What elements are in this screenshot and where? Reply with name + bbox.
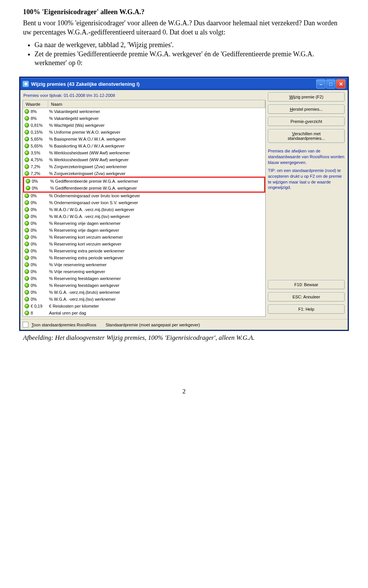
minimize-button[interactable]: – — [316, 79, 325, 88]
status-dot-icon — [26, 179, 30, 183]
column-header-waarde[interactable]: Waarde — [23, 100, 48, 108]
table-row[interactable]: 0%% Reservering feestdagen werknemer — [23, 275, 265, 282]
status-dot-icon — [25, 262, 29, 267]
row-name: % Basiskorting W.A.O./ W.I.A.werkgever — [49, 144, 264, 148]
table-row[interactable]: 5,65%% Basispremie W.A.O./ W.I.A. werkge… — [23, 136, 265, 142]
table-row[interactable]: 0%% Reservering vrije dagen werkgever — [23, 227, 265, 234]
row-name: % Gedifferentieerde premie W.G.A. werkge… — [50, 186, 263, 190]
row-value: 0,81% — [31, 123, 49, 128]
row-value: 5,65% — [31, 137, 49, 141]
status-dot-icon — [25, 235, 29, 239]
table-row[interactable]: 8%% Vakantiegeld werkgever — [23, 115, 265, 122]
status-dot-icon — [25, 297, 29, 301]
highlight-box: 0%% Gedifferentieerde premie W.G.A. werk… — [23, 177, 265, 193]
status-dot-icon — [25, 157, 29, 162]
status-dot-icon — [25, 200, 29, 205]
status-dot-icon — [25, 130, 29, 134]
row-name: % Vrije reservering werknemer — [49, 262, 264, 267]
table-row[interactable]: 0%% Reservering kort verzuim werknemer — [23, 234, 265, 241]
status-dot-icon — [25, 123, 29, 128]
table-row[interactable]: 0%% Vrije reservering werknemer — [23, 261, 265, 268]
status-dot-icon — [25, 193, 29, 198]
table-row[interactable]: 0%% Gedifferentieerde premie W.G.A. werk… — [24, 185, 264, 192]
tip-text: TIP: om een standaardpremie (rood) te ac… — [268, 168, 345, 190]
doc-paragraph: Bent u voor 100% 'eigenrisicodrager' voo… — [23, 19, 345, 37]
figure-caption: Afbeelding: Het dialoogvenster Wijzig pr… — [23, 334, 345, 342]
maximize-button[interactable]: □ — [326, 79, 335, 88]
table-row[interactable]: 8Aantal uren per dag — [23, 310, 265, 316]
row-name: % Vakantiegeld werknemer — [49, 109, 264, 114]
status-dot-icon — [25, 290, 29, 295]
close-button[interactable]: ✕ — [336, 79, 345, 88]
row-name: % W.A.O./ W.G.A. -verz.mij.(lsv) werkgev… — [49, 214, 264, 219]
row-value: 0% — [31, 235, 49, 239]
row-value: 0% — [31, 297, 49, 301]
row-value: 8% — [31, 109, 49, 114]
status-dot-icon — [25, 164, 29, 169]
row-name: % Reservering kort verzuim werkgever — [49, 242, 264, 246]
row-value: 0% — [31, 228, 49, 233]
column-header-naam[interactable]: Naam — [48, 100, 265, 108]
table-row[interactable]: 8%% Vakantiegeld werknemer — [23, 108, 265, 115]
table-row[interactable]: 0,81%% Wachtgeld (Wa) werkgever — [23, 122, 265, 129]
row-value: 0% — [31, 249, 49, 253]
bewaar-button[interactable]: F10: Bewaar — [268, 280, 345, 289]
row-value: 8% — [31, 116, 49, 121]
toon-standaardpremies-checkbox[interactable] — [23, 322, 28, 328]
wijzig-premie-button[interactable]: Wijzig premie (F2) — [268, 92, 345, 102]
row-name: % Gedifferentieerde premie W.G.A. werkne… — [50, 179, 263, 183]
table-row[interactable]: 4,75%% Werkloosheidswet (WW Awf) werkgev… — [23, 156, 265, 163]
table-row[interactable]: 0%% Gedifferentieerde premie W.G.A. werk… — [24, 178, 264, 185]
status-dot-icon — [25, 276, 29, 281]
row-name: % Reservering kort verzuim werknemer — [49, 235, 264, 239]
table-row[interactable]: 0%% Reservering feestdagen werkgever — [23, 282, 265, 289]
premie-overzicht-button[interactable]: Premie-overzicht — [268, 117, 345, 126]
status-dot-icon — [25, 151, 29, 155]
table-row[interactable]: 3,5%% Werkloosheidswet (WW Awf) werkneme… — [23, 149, 265, 156]
table-row[interactable]: 0%% Ondernemingsraad over bruto loon wer… — [23, 192, 265, 199]
row-value: 0% — [31, 193, 49, 198]
row-value: 0% — [31, 262, 49, 267]
table-row[interactable]: 0%% W.G.A. -verz.mij.(bruto) werknemer — [23, 289, 265, 296]
table-row[interactable]: 7,2%% Zorgverzekeringswet (Zvw) werkgeve… — [23, 170, 265, 177]
row-value: 7,2% — [31, 171, 49, 176]
window-title: Wijzig premies (43 Zakelijke dienstverle… — [31, 81, 315, 87]
table-row[interactable]: 0%% Vrije reservering werkgever — [23, 268, 265, 275]
doc-bullet: Ga naar de werkgever, tabblad 2, 'Wijzig… — [34, 41, 345, 49]
row-value: 0% — [31, 256, 49, 260]
table-row[interactable]: 0%% Reservering vrije dagen werknemer — [23, 220, 265, 227]
row-value: 0% — [31, 269, 49, 274]
table-row[interactable]: 0%% Reservering extra periode werknemer — [23, 247, 265, 254]
titlebar[interactable]: ❄ Wijzig premies (43 Zakelijke dienstver… — [20, 78, 348, 90]
table-row[interactable]: 0%% Ondernemingsraad over loon S.V. werk… — [23, 199, 265, 206]
row-name: % W.G.A. -verz.mij.(lsv) werknemer — [49, 297, 264, 301]
row-name: % Werkloosheidswet (WW Awf) werkgever — [49, 157, 264, 162]
status-dot-icon — [25, 109, 29, 114]
status-dot-icon — [25, 171, 29, 176]
row-name: % Ondernemingsraad over loon S.V. werkge… — [49, 200, 264, 205]
help-button[interactable]: F1: Help — [268, 305, 345, 314]
row-name: % Zorgverzekeringswet (Zvw) werkgever — [49, 171, 264, 176]
table-row[interactable]: 0%% W.G.A. -verz.mij.(lsv) werknemer — [23, 296, 265, 303]
herstel-premies-button[interactable]: Herstel premies... — [268, 105, 345, 114]
doc-heading: 100% 'Eigenrisicodrager' alleen W.G.A.? — [23, 8, 345, 16]
annuleer-button[interactable]: ESC: Annuleer — [268, 292, 345, 301]
table-row[interactable]: 0%% W.A.O./ W.G.A. -verz.mij.(bruto) wer… — [23, 206, 265, 213]
legend: Standaardpremie (moet aangepast per werk… — [103, 323, 200, 327]
premie-grid[interactable]: Waarde Naam 8%% Vakantiegeld werknemer8%… — [23, 100, 266, 317]
row-value: € 0,19 — [31, 304, 49, 308]
status-dot-icon — [25, 137, 29, 141]
row-value: 7,2% — [31, 164, 49, 169]
period-label: Premies voor tijdvak: 01-01-2008 t/m 31-… — [23, 92, 266, 100]
table-row[interactable]: € 0,19€ Reiskosten per kilometer — [23, 303, 265, 310]
row-value: 0% — [31, 276, 49, 281]
table-row[interactable]: 5,65%% Basiskorting W.A.O./ W.I.A.werkge… — [23, 142, 265, 149]
row-name: % Reservering vrije dagen werkgever — [49, 228, 264, 233]
dialog-window: ❄ Wijzig premies (43 Zakelijke dienstver… — [19, 77, 349, 331]
table-row[interactable]: 0%% Reservering kort verzuim werkgever — [23, 241, 265, 247]
table-row[interactable]: 0,15%% Uniforme premie W.A.O. werkgever — [23, 129, 265, 136]
table-row[interactable]: 0%% Reservering extra periode werkgever — [23, 254, 265, 261]
table-row[interactable]: 0%% W.A.O./ W.G.A. -verz.mij.(lsv) werkg… — [23, 213, 265, 220]
verschillen-button[interactable]: Verschillen metstandaardpremies... — [268, 129, 345, 143]
table-row[interactable]: 7,2%% Zorgverzekeringswet (Zvw) werkneme… — [23, 163, 265, 170]
